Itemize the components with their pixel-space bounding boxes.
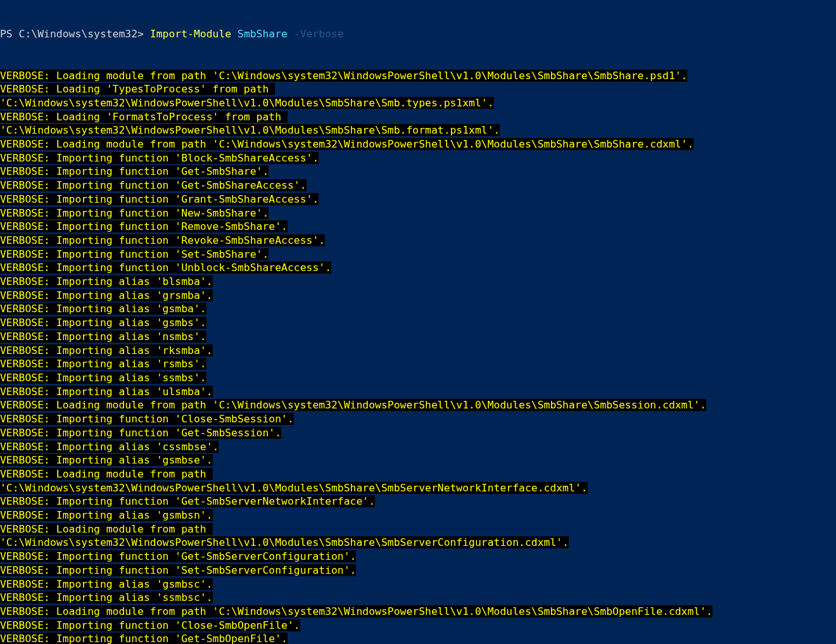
verbose-text: VERBOSE: Importing alias 'ssmbsc'. [0,591,213,603]
verbose-line: VERBOSE: Importing function 'Grant-SmbSh… [0,193,836,206]
verbose-text: VERBOSE: Importing function 'Close-SmbOp… [0,619,300,631]
verbose-line: VERBOSE: Loading module from path 'C:\Wi… [0,137,836,151]
terminal-output: VERBOSE: Loading module from path 'C:\Wi… [0,69,836,644]
verbose-line: 'C:\Windows\system32\WindowsPowerShell\v… [0,481,836,495]
verbose-text: VERBOSE: Importing function 'Get-SmbSess… [0,427,281,439]
verbose-text: VERBOSE: Importing alias 'gsmbsc'. [0,578,213,590]
verbose-text: VERBOSE: Importing alias 'gsmbse'. [0,454,213,466]
verbose-line: VERBOSE: Loading 'TypesToProcess' from p… [0,82,836,96]
verbose-text: VERBOSE: Importing function 'Get-SmbServ… [0,550,356,562]
verbose-text: VERBOSE: Loading module from path 'C:\Wi… [0,399,706,411]
prompt-path: PS C:\Windows\system32> [0,28,144,40]
verbose-text: VERBOSE: Importing alias 'blsmba'. [0,275,213,287]
verbose-line: VERBOSE: Importing function 'Get-SmbShar… [0,179,836,193]
powershell-terminal[interactable]: PS C:\Windows\system32> Import-Module Sm… [0,0,836,644]
verbose-text: VERBOSE: Importing function 'Block-SmbSh… [0,152,319,164]
verbose-line: VERBOSE: Loading module from path [0,467,836,481]
verbose-line: VERBOSE: Loading module from path 'C:\Wi… [0,605,836,619]
verbose-text: VERBOSE: Importing function 'Set-SmbServ… [0,564,356,576]
verbose-text: VERBOSE: Loading 'FormatsToProcess' from… [0,111,288,123]
verbose-text: VERBOSE: Importing alias 'ulsmba'. [0,386,213,398]
prompt-argument: SmbShare [238,28,288,40]
verbose-text: 'C:\Windows\system32\WindowsPowerShell\v… [0,124,500,136]
verbose-text: VERBOSE: Importing alias 'nsmbs'. [0,331,206,343]
verbose-text: VERBOSE: Importing function 'Get-SmbShar… [0,179,307,191]
verbose-line: VERBOSE: Loading module from path 'C:\Wi… [0,69,836,83]
verbose-text: VERBOSE: Importing alias 'gsmbsn'. [0,509,213,521]
verbose-line: VERBOSE: Importing function 'Set-SmbShar… [0,248,836,262]
verbose-line: 'C:\Windows\system32\WindowsPowerShell\v… [0,96,836,110]
verbose-text: VERBOSE: Importing function 'Close-SmbSe… [0,413,294,425]
verbose-line: VERBOSE: Importing function 'Get-SmbOpen… [0,632,836,644]
verbose-text: VERBOSE: Importing alias 'gsmbs'. [0,317,206,329]
verbose-line: VERBOSE: Importing function 'Set-SmbServ… [0,564,836,578]
verbose-line: VERBOSE: Importing alias 'gsmbsc'. [0,578,836,591]
verbose-line: VERBOSE: Importing function 'Close-SmbSe… [0,412,836,426]
verbose-line: VERBOSE: Importing alias 'rksmba'. [0,344,836,358]
verbose-text: VERBOSE: Importing alias 'cssmbse'. [0,441,218,453]
verbose-line: VERBOSE: Importing function 'Close-SmbOp… [0,619,836,633]
verbose-text: VERBOSE: Importing alias 'ssmbs'. [0,372,206,384]
verbose-text: VERBOSE: Loading module from path [0,523,213,535]
verbose-line: VERBOSE: Importing function 'Get-SmbShar… [0,165,836,179]
verbose-text: VERBOSE: Loading module from path 'C:\Wi… [0,138,694,150]
verbose-line: VERBOSE: Importing function 'Get-SmbServ… [0,550,836,564]
verbose-text: VERBOSE: Importing alias 'rksmba'. [0,344,213,357]
verbose-text: 'C:\Windows\system32\WindowsPowerShell\v… [0,536,569,548]
verbose-line: VERBOSE: Importing alias 'grsmba'. [0,289,836,303]
verbose-line: VERBOSE: Loading module from path 'C:\Wi… [0,398,836,412]
verbose-line: VERBOSE: Importing alias 'nsmbs'. [0,330,836,344]
verbose-line: VERBOSE: Importing function 'New-SmbShar… [0,206,836,220]
verbose-line: 'C:\Windows\system32\WindowsPowerShell\v… [0,536,836,550]
verbose-text: VERBOSE: Importing function 'Get-SmbOpen… [0,633,288,644]
verbose-line: 'C:\Windows\system32\WindowsPowerShell\v… [0,123,836,137]
verbose-line: VERBOSE: Importing alias 'ulsmba'. [0,385,836,399]
verbose-line: VERBOSE: Importing alias 'gsmbsn'. [0,508,836,522]
verbose-text: VERBOSE: Importing function 'Get-SmbShar… [0,165,269,177]
verbose-text: VERBOSE: Importing function 'Grant-SmbSh… [0,193,319,205]
verbose-line: VERBOSE: Importing alias 'ssmbsc'. [0,591,836,605]
verbose-text: 'C:\Windows\system32\WindowsPowerShell\v… [0,482,588,494]
prompt-command: Import-Module [150,28,231,40]
verbose-text: VERBOSE: Loading module from path 'C:\Wi… [0,70,687,82]
verbose-text: VERBOSE: Importing alias 'gsmba'. [0,303,206,315]
verbose-line: VERBOSE: Importing function 'Get-SmbServ… [0,495,836,508]
prompt-line: PS C:\Windows\system32> Import-Module Sm… [0,27,836,41]
verbose-line: VERBOSE: Importing function 'Block-SmbSh… [0,151,836,165]
verbose-text: VERBOSE: Importing alias 'grsmba'. [0,289,213,301]
verbose-line: VERBOSE: Importing function 'Revoke-SmbS… [0,234,836,248]
verbose-line: VERBOSE: Loading 'FormatsToProcess' from… [0,110,836,124]
verbose-line: VERBOSE: Importing alias 'gsmbs'. [0,316,836,330]
verbose-line: VERBOSE: Importing function 'Unblock-Smb… [0,261,836,275]
verbose-line: VERBOSE: Importing alias 'blsmba'. [0,275,836,289]
verbose-text: 'C:\Windows\system32\WindowsPowerShell\v… [0,97,494,109]
verbose-text: VERBOSE: Loading module from path [0,468,213,480]
verbose-line: VERBOSE: Importing function 'Get-SmbSess… [0,426,836,440]
verbose-text: VERBOSE: Importing function 'Remove-SmbS… [0,220,288,232]
verbose-text: VERBOSE: Importing function 'Unblock-Smb… [0,262,331,274]
verbose-line: VERBOSE: Importing alias 'rsmbs'. [0,357,836,371]
verbose-text: VERBOSE: Importing function 'Revoke-SmbS… [0,234,325,246]
verbose-text: VERBOSE: Importing function 'Set-SmbShar… [0,248,269,260]
verbose-line: VERBOSE: Importing alias 'cssmbse'. [0,440,836,454]
verbose-text: VERBOSE: Importing function 'New-SmbShar… [0,207,269,219]
verbose-line: VERBOSE: Importing alias 'gsmba'. [0,302,836,316]
verbose-line: VERBOSE: Loading module from path [0,522,836,536]
verbose-line: VERBOSE: Importing alias 'gsmbse'. [0,453,836,467]
verbose-text: VERBOSE: Importing function 'Get-SmbServ… [0,495,375,507]
verbose-line: VERBOSE: Importing alias 'ssmbs'. [0,371,836,385]
prompt-switch: -Verbose [294,28,344,40]
verbose-text: VERBOSE: Loading 'TypesToProcess' from p… [0,83,275,95]
verbose-text: VERBOSE: Loading module from path 'C:\Wi… [0,605,712,617]
verbose-line: VERBOSE: Importing function 'Remove-SmbS… [0,220,836,234]
verbose-text: VERBOSE: Importing alias 'rsmbs'. [0,358,206,370]
